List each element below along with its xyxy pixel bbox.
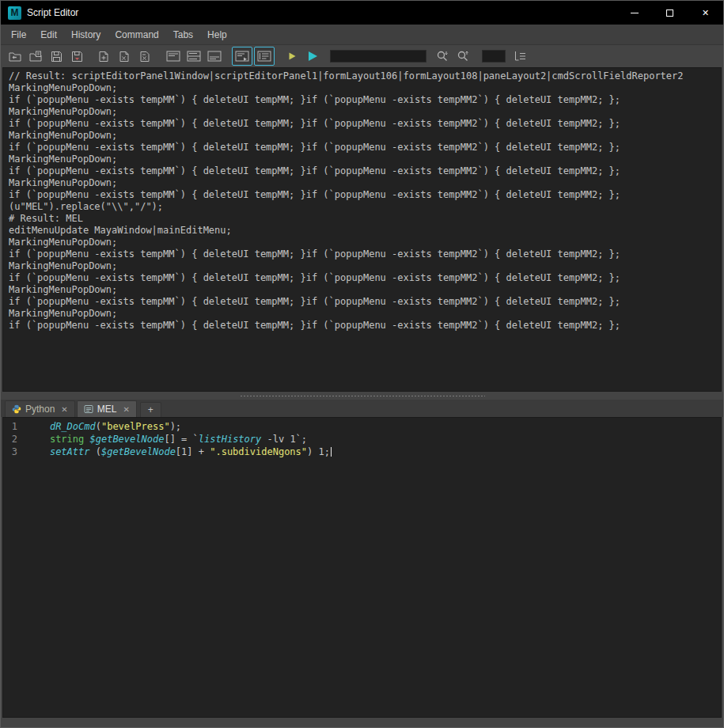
goto-line-input[interactable] bbox=[482, 50, 506, 63]
close-tab-icon bbox=[119, 51, 130, 63]
pane-splitter[interactable] bbox=[1, 392, 723, 400]
close-button[interactable]: ✕ bbox=[688, 1, 723, 25]
menu-command[interactable]: Command bbox=[108, 25, 165, 44]
save-script-to-shelf-icon bbox=[71, 51, 83, 63]
minimize-button[interactable] bbox=[616, 1, 652, 25]
indent-guides-button[interactable] bbox=[510, 47, 529, 65]
history-line: if (`popupMenu -exists tempMM`) { delete… bbox=[9, 165, 721, 177]
save-script-icon bbox=[51, 51, 63, 63]
search-next-button[interactable] bbox=[433, 47, 452, 65]
echo-all-commands-toggle[interactable] bbox=[232, 47, 252, 66]
new-tab-button[interactable]: + bbox=[140, 402, 161, 417]
history-line: if (`popupMenu -exists tempMM`) { delete… bbox=[9, 94, 721, 106]
history-pane[interactable]: // Result: scriptEditorPanel1Window|scri… bbox=[2, 67, 722, 392]
tab-label: MEL bbox=[97, 404, 117, 415]
execute-icon bbox=[287, 51, 297, 61]
line-number-gutter: 123 bbox=[3, 418, 22, 717]
tab-close-icon[interactable]: ✕ bbox=[123, 405, 129, 414]
code-area[interactable]: dR_DoCmd("bevelPress"); string $getBevel… bbox=[22, 418, 332, 717]
show-input-pane-button[interactable] bbox=[205, 47, 224, 65]
indent-guides-icon bbox=[514, 51, 526, 62]
show-line-numbers-toggle[interactable] bbox=[254, 47, 275, 66]
history-line: if (`popupMenu -exists tempMM`) { delete… bbox=[9, 189, 721, 201]
tab-mel[interactable]: MEL✕ bbox=[77, 400, 137, 417]
search-next-icon bbox=[436, 50, 449, 63]
tab-python[interactable]: Python✕ bbox=[5, 400, 75, 417]
tab-label: Python bbox=[25, 404, 55, 415]
splitter-grip-icon bbox=[240, 395, 485, 397]
show-history-pane-icon bbox=[166, 51, 180, 62]
code-line: setAttr ($getBevelNode[1] + ".subdivideN… bbox=[27, 446, 332, 458]
menu-history[interactable]: History bbox=[64, 25, 108, 44]
line-number: 2 bbox=[3, 433, 17, 446]
close-tab-button-toolbar[interactable] bbox=[115, 47, 134, 65]
load-script-to-tab-button[interactable] bbox=[26, 47, 45, 65]
history-line: MarkingMenuPopDown; bbox=[9, 82, 721, 94]
history-line: # Result: MEL bbox=[9, 213, 721, 225]
toolbar bbox=[1, 45, 723, 67]
line-number: 3 bbox=[3, 446, 17, 458]
tabs-row: Python✕MEL✕ bbox=[5, 400, 138, 417]
history-line: if (`popupMenu -exists tempMM`) { delete… bbox=[9, 248, 721, 260]
show-both-panes-icon bbox=[187, 51, 201, 62]
code-line: dR_DoCmd("bevelPress"); bbox=[27, 420, 332, 433]
search-previous-button[interactable] bbox=[453, 47, 472, 65]
text-cursor bbox=[331, 447, 332, 457]
history-line: MarkingMenuPopDown; bbox=[9, 154, 721, 165]
menu-edit[interactable]: Edit bbox=[33, 25, 64, 44]
window-controls: ✕ bbox=[616, 1, 723, 25]
history-line: editMenuUpdate MayaWindow|mainEditMenu; bbox=[9, 225, 721, 237]
maximize-button[interactable] bbox=[652, 1, 688, 25]
tab-bar: Python✕MEL✕ + bbox=[1, 400, 723, 417]
echo-all-commands-icon bbox=[235, 51, 249, 62]
history-line: MarkingMenuPopDown; bbox=[9, 177, 721, 189]
execute-button[interactable] bbox=[282, 47, 301, 65]
window-title: Script Editor bbox=[27, 7, 78, 18]
menu-bar: FileEditHistoryCommandTabsHelp bbox=[1, 25, 723, 45]
mel-icon bbox=[84, 404, 93, 414]
history-line: MarkingMenuPopDown; bbox=[9, 308, 721, 320]
title-bar: M Script Editor ✕ bbox=[1, 1, 723, 25]
menu-file[interactable]: File bbox=[4, 25, 33, 44]
search-previous-icon bbox=[457, 50, 469, 63]
save-script-button[interactable] bbox=[47, 47, 66, 65]
history-line: MarkingMenuPopDown; bbox=[9, 260, 721, 272]
close-icon: ✕ bbox=[702, 8, 709, 18]
tab-close-icon[interactable]: ✕ bbox=[61, 405, 67, 414]
show-line-numbers-icon bbox=[257, 51, 271, 62]
line-number: 1 bbox=[3, 420, 17, 433]
close-all-tabs-icon bbox=[139, 51, 150, 63]
history-line: MarkingMenuPopDown; bbox=[9, 237, 721, 248]
history-line: // Result: scriptEditorPanel1Window|scri… bbox=[9, 70, 721, 82]
code-line: string $getBevelNode[] = `listHistory -l… bbox=[27, 433, 332, 446]
execute-all-icon bbox=[307, 51, 318, 62]
history-line: if (`popupMenu -exists tempMM`) { delete… bbox=[9, 272, 721, 284]
new-tab-button-toolbar[interactable] bbox=[94, 47, 113, 65]
input-pane[interactable]: 123 dR_DoCmd("bevelPress"); string $getB… bbox=[2, 417, 722, 718]
history-line: MarkingMenuPopDown; bbox=[9, 284, 721, 296]
menu-help[interactable]: Help bbox=[200, 25, 234, 44]
save-script-to-shelf-button[interactable] bbox=[67, 47, 86, 65]
load-script-to-tab-icon bbox=[29, 51, 43, 63]
show-both-panes-button[interactable] bbox=[184, 47, 203, 65]
python-icon bbox=[12, 404, 21, 414]
history-line: if (`popupMenu -exists tempMM`) { delete… bbox=[9, 296, 721, 308]
search-input[interactable] bbox=[330, 50, 426, 63]
history-line: if (`popupMenu -exists tempMM`) { delete… bbox=[9, 118, 721, 130]
history-line: if (`popupMenu -exists tempMM`) { delete… bbox=[9, 142, 721, 154]
execute-all-button[interactable] bbox=[303, 47, 322, 65]
show-input-pane-icon bbox=[207, 51, 222, 62]
menu-tabs[interactable]: Tabs bbox=[166, 25, 200, 44]
history-line: (u"MEL").replace("\\","/"); bbox=[9, 201, 721, 213]
maximize-icon bbox=[666, 9, 673, 17]
maya-app-icon: M bbox=[8, 6, 21, 20]
close-all-tabs-button[interactable] bbox=[135, 47, 154, 65]
history-line: MarkingMenuPopDown; bbox=[9, 106, 721, 118]
minimize-icon bbox=[631, 13, 639, 13]
load-script-button[interactable] bbox=[6, 47, 25, 65]
script-editor-window: M Script Editor ✕ FileEditHistoryCommand… bbox=[0, 0, 724, 728]
load-script-icon bbox=[9, 51, 22, 63]
history-line: MarkingMenuPopDown; bbox=[9, 130, 721, 142]
new-tab-icon bbox=[98, 51, 109, 63]
show-history-pane-button[interactable] bbox=[164, 47, 183, 65]
